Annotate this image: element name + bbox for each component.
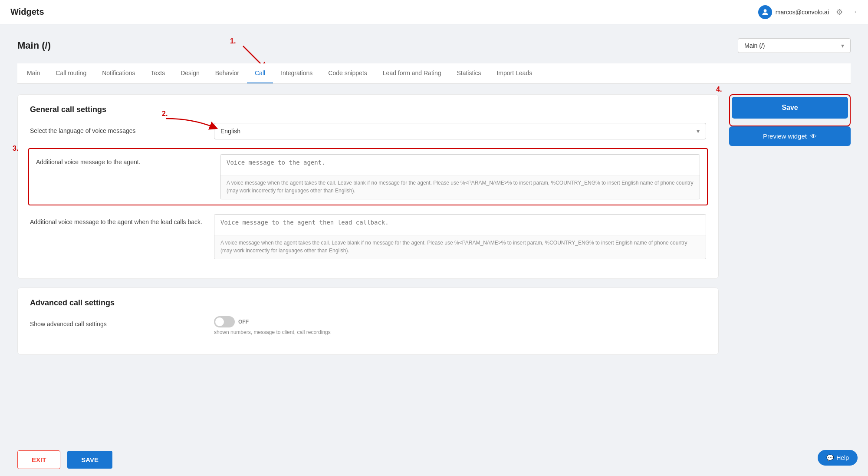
show-advanced-toggle[interactable] <box>214 316 235 327</box>
callback-label: Additional voice message to the agent wh… <box>30 214 204 225</box>
general-call-settings-card: General call settings Select the languag… <box>17 94 719 279</box>
tab-design[interactable]: Design <box>173 63 207 83</box>
toggle-hint: shown numbers, message to client, call r… <box>214 329 706 335</box>
language-select-value: English <box>220 128 240 135</box>
callback-textarea-wrapper: A voice message when the agent takes the… <box>214 214 706 259</box>
advanced-call-settings-card: Advanced call settings Show advanced cal… <box>17 288 719 355</box>
language-row: Select the language of voice messages 2. <box>30 123 706 139</box>
callback-input[interactable] <box>214 215 706 234</box>
page-title: Main (/) <box>17 40 51 51</box>
toggle-state-label: OFF <box>238 319 249 325</box>
advanced-toggle-control: OFF shown numbers, message to client, ca… <box>214 316 706 335</box>
save-button[interactable]: Save <box>732 97 848 119</box>
settings-icon[interactable]: ⚙ <box>836 7 843 17</box>
voice-message-textarea-wrapper: A voice message when the agent takes the… <box>220 154 700 199</box>
tab-import-leads[interactable]: Import Leads <box>489 63 540 83</box>
preview-button-label: Preview widget <box>763 132 807 140</box>
advanced-settings-row: Show advanced call settings OFF shown nu… <box>30 316 706 335</box>
tab-behavior[interactable]: Behavior <box>207 63 247 83</box>
advanced-show-label: Show advanced call settings <box>30 316 204 327</box>
chevron-down-icon: ▾ <box>841 42 844 49</box>
top-navigation: Widgets marcos@convolo.ai ⚙ → <box>0 0 868 24</box>
language-control: 2. English <box>214 123 706 139</box>
voice-message-section: 3. Additional voice message to the agent… <box>30 148 706 205</box>
tab-code-snippets[interactable]: Code snippets <box>320 63 375 83</box>
toggle-container: OFF <box>214 316 706 327</box>
app-title: Widgets <box>10 7 44 17</box>
tab-integrations[interactable]: Integrations <box>273 63 320 83</box>
callback-row: Additional voice message to the agent wh… <box>30 214 706 259</box>
avatar <box>758 5 772 19</box>
tab-notifications[interactable]: Notifications <box>94 63 143 83</box>
nav-right: marcos@convolo.ai ⚙ → <box>758 5 858 19</box>
callback-control: A voice message when the agent takes the… <box>214 214 706 259</box>
annotation-1: 1. <box>230 37 236 45</box>
tab-main[interactable]: Main <box>19 63 48 83</box>
tab-statistics[interactable]: Statistics <box>449 63 489 83</box>
annotation-4: 4. <box>716 86 722 93</box>
chevron-down-icon: ▾ <box>697 128 700 135</box>
language-select[interactable]: English ▾ <box>214 123 706 139</box>
annotation-2: 2. <box>162 110 168 118</box>
user-email: marcos@convolo.ai <box>776 9 829 16</box>
voice-message-hint: A voice message when the agent takes the… <box>220 175 700 199</box>
right-panel: 4. Save Preview widget 👁 <box>729 94 851 364</box>
callback-hint: A voice message when the agent takes the… <box>214 235 706 259</box>
preview-widget-button[interactable]: Preview widget 👁 <box>729 126 851 146</box>
main-panel: General call settings Select the languag… <box>17 94 719 364</box>
tab-texts[interactable]: Texts <box>143 63 173 83</box>
svg-point-0 <box>764 9 767 12</box>
eye-icon: 👁 <box>810 132 817 140</box>
tab-call[interactable]: Call <box>247 63 273 83</box>
tabs-container: Main Call routing Notifications Texts De… <box>17 63 851 84</box>
main-content: Main (/) Main (/) ▾ 1. Main Call routing… <box>0 24 868 377</box>
tabs: Main Call routing Notifications Texts De… <box>17 63 851 84</box>
voice-message-control: A voice message when the agent takes the… <box>220 154 700 199</box>
content-wrapper: General call settings Select the languag… <box>17 94 851 364</box>
save-button-highlighted-wrapper: Save <box>729 94 851 126</box>
tab-lead-form[interactable]: Lead form and Rating <box>375 63 449 83</box>
tab-call-routing[interactable]: Call routing <box>48 63 94 83</box>
voice-message-row: Additional voice message to the agent. A… <box>28 148 708 205</box>
logout-icon[interactable]: → <box>850 7 858 17</box>
page-header: Main (/) Main (/) ▾ <box>17 38 851 53</box>
toggle-knob <box>215 317 224 326</box>
voice-message-label: Additional voice message to the agent. <box>36 154 210 165</box>
voice-message-input[interactable] <box>220 155 700 174</box>
annotation-3: 3. <box>13 145 18 152</box>
widget-selector-value: Main (/) <box>744 42 765 49</box>
widget-selector[interactable]: Main (/) ▾ <box>738 38 851 53</box>
general-settings-title: General call settings <box>30 105 706 114</box>
advanced-settings-title: Advanced call settings <box>30 298 706 307</box>
annotation-4-wrapper: 4. Save <box>729 94 851 126</box>
user-info: marcos@convolo.ai <box>758 5 829 19</box>
